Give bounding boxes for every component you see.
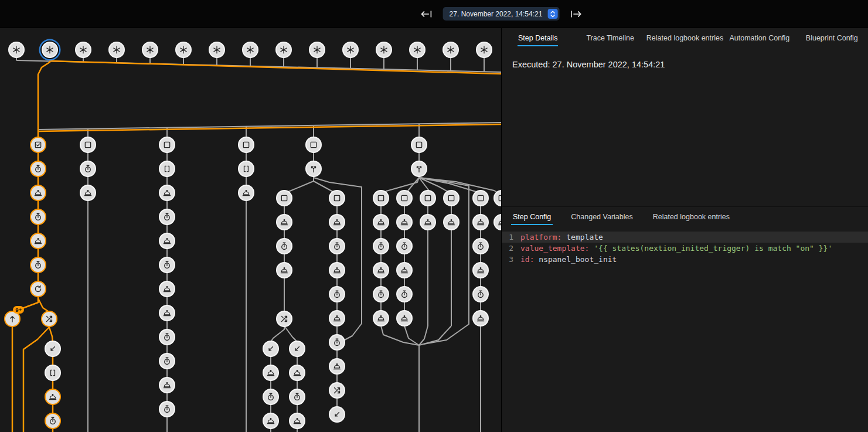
- node-bell-icon[interactable]: [45, 389, 61, 405]
- trigger-node-asterisk-icon[interactable]: [376, 42, 392, 58]
- tab-related-logbook-entries[interactable]: Related logbook entries: [646, 28, 723, 48]
- trigger-node-asterisk-icon[interactable]: [209, 42, 225, 58]
- node-bell-icon[interactable]: [276, 262, 292, 278]
- next-run-arrow-icon[interactable]: [569, 7, 583, 21]
- trigger-node-asterisk-icon[interactable]: [309, 42, 325, 58]
- node-bell-icon[interactable]: [329, 310, 345, 326]
- node-bell-icon[interactable]: [30, 233, 46, 249]
- node-brackets-icon[interactable]: [159, 161, 175, 177]
- node-timer-icon[interactable]: [159, 257, 175, 273]
- node-bell-icon[interactable]: [373, 310, 389, 326]
- node-shuffle-icon[interactable]: [329, 382, 345, 399]
- node-timer-icon[interactable]: [289, 389, 305, 405]
- node-bell-icon[interactable]: [443, 214, 459, 230]
- select-stepper-icon[interactable]: [547, 9, 557, 19]
- node-bell-icon[interactable]: [276, 214, 292, 230]
- node-checkbox-icon[interactable]: [396, 190, 413, 206]
- node-bell-icon[interactable]: [263, 413, 279, 429]
- node-timer-icon[interactable]: [396, 286, 413, 302]
- trigger-node-asterisk-icon[interactable]: [142, 42, 158, 58]
- node-timer-icon[interactable]: [276, 238, 292, 254]
- node-bell-icon[interactable]: [329, 262, 345, 278]
- node-checkbox-icon[interactable]: [238, 137, 254, 153]
- tab-step-details[interactable]: Step Details: [502, 28, 574, 48]
- node-checkbox-icon[interactable]: [373, 190, 389, 206]
- tab-blueprint-config[interactable]: Blueprint Config: [796, 28, 868, 48]
- node-split-icon[interactable]: [411, 161, 427, 177]
- node-timer-icon[interactable]: [159, 353, 175, 369]
- node-arrow-corner-icon[interactable]: [289, 341, 305, 357]
- node-timer-icon[interactable]: [263, 389, 279, 405]
- trigger-node-asterisk-icon[interactable]: [342, 42, 359, 58]
- node-brackets-icon[interactable]: [238, 161, 254, 177]
- node-checkbox-icon[interactable]: [80, 137, 96, 153]
- node-checkbox-icon[interactable]: [443, 190, 459, 206]
- node-timer-icon[interactable]: [30, 209, 46, 225]
- node-bell-icon[interactable]: [159, 185, 175, 201]
- tab-automation-config[interactable]: Automation Config: [723, 28, 795, 48]
- trigger-node-asterisk-icon[interactable]: [108, 42, 125, 58]
- node-timer-icon[interactable]: [159, 401, 175, 417]
- trigger-node-asterisk-icon[interactable]: [75, 42, 91, 58]
- node-arrow-up-icon[interactable]: 9+: [4, 311, 21, 327]
- tab-step-config[interactable]: Step Config: [503, 207, 561, 227]
- node-arrow-corner-icon[interactable]: [329, 406, 345, 423]
- node-checkbox-icon[interactable]: [329, 190, 345, 206]
- node-bell-icon[interactable]: [238, 185, 254, 201]
- node-checkbox-icon[interactable]: [420, 190, 436, 206]
- node-timer-icon[interactable]: [373, 286, 389, 302]
- node-bell-icon[interactable]: [289, 413, 305, 429]
- run-timestamp-select[interactable]: 27. November 2022, 14:54:21: [443, 7, 560, 21]
- tab-trace-timeline[interactable]: Trace Timeline: [574, 28, 646, 48]
- node-bell-icon[interactable]: [159, 305, 175, 321]
- tab-related-logbook-entries[interactable]: Related logbook entries: [643, 207, 740, 227]
- trigger-node-asterisk-icon[interactable]: [442, 42, 459, 58]
- trigger-node-asterisk-icon[interactable]: [476, 42, 492, 58]
- trigger-node-asterisk-icon[interactable]: [409, 42, 426, 58]
- node-checkbox-icon[interactable]: [159, 137, 175, 153]
- node-checkbox-icon[interactable]: [276, 190, 292, 206]
- node-bell-icon[interactable]: [396, 262, 413, 278]
- trigger-node-asterisk-icon[interactable]: [242, 42, 258, 58]
- node-timer-icon[interactable]: [329, 334, 345, 351]
- node-arrow-corner-icon[interactable]: [45, 341, 61, 357]
- node-bell-icon[interactable]: [80, 185, 96, 201]
- node-timer-icon[interactable]: [45, 413, 61, 429]
- node-shuffle-icon[interactable]: [41, 311, 57, 327]
- node-bell-icon[interactable]: [30, 185, 46, 201]
- trigger-node-asterisk-icon[interactable]: [175, 42, 192, 58]
- node-brackets-icon[interactable]: [45, 365, 61, 381]
- trigger-node-asterisk-icon[interactable]: [275, 42, 292, 58]
- node-bell-icon[interactable]: [472, 262, 489, 278]
- node-checkbox-checked-icon[interactable]: [30, 137, 46, 153]
- node-bell-icon[interactable]: [159, 281, 175, 297]
- node-timer-icon[interactable]: [329, 238, 345, 254]
- node-checkbox-icon[interactable]: [472, 190, 489, 206]
- node-bell-icon[interactable]: [396, 310, 413, 326]
- node-timer-icon[interactable]: [373, 238, 389, 254]
- node-bell-icon[interactable]: [396, 214, 413, 230]
- node-bell-icon[interactable]: [472, 310, 489, 326]
- trigger-node-asterisk-icon[interactable]: [42, 42, 58, 58]
- node-bell-icon[interactable]: [420, 214, 436, 230]
- node-timer-icon[interactable]: [329, 286, 345, 302]
- node-bell-icon[interactable]: [289, 365, 305, 381]
- trigger-node-asterisk-icon[interactable]: [8, 42, 25, 58]
- node-bell-icon[interactable]: [263, 365, 279, 381]
- node-timer-icon[interactable]: [30, 257, 46, 273]
- node-bell-icon[interactable]: [159, 233, 175, 249]
- node-repeat-icon[interactable]: [30, 281, 46, 297]
- node-bell-icon[interactable]: [472, 214, 489, 230]
- previous-run-arrow-icon[interactable]: [420, 7, 434, 21]
- node-shuffle-icon[interactable]: [276, 311, 292, 327]
- node-timer-icon[interactable]: [472, 238, 489, 254]
- node-bell-icon[interactable]: [373, 214, 389, 230]
- node-arrow-corner-icon[interactable]: [263, 341, 279, 357]
- node-bell-icon[interactable]: [373, 262, 389, 278]
- node-timer-icon[interactable]: [472, 286, 489, 302]
- node-timer-icon[interactable]: [159, 209, 175, 225]
- node-timer-icon[interactable]: [80, 161, 96, 177]
- node-timer-icon[interactable]: [159, 329, 175, 345]
- node-split-icon[interactable]: [305, 161, 322, 177]
- node-bell-icon[interactable]: [159, 377, 175, 393]
